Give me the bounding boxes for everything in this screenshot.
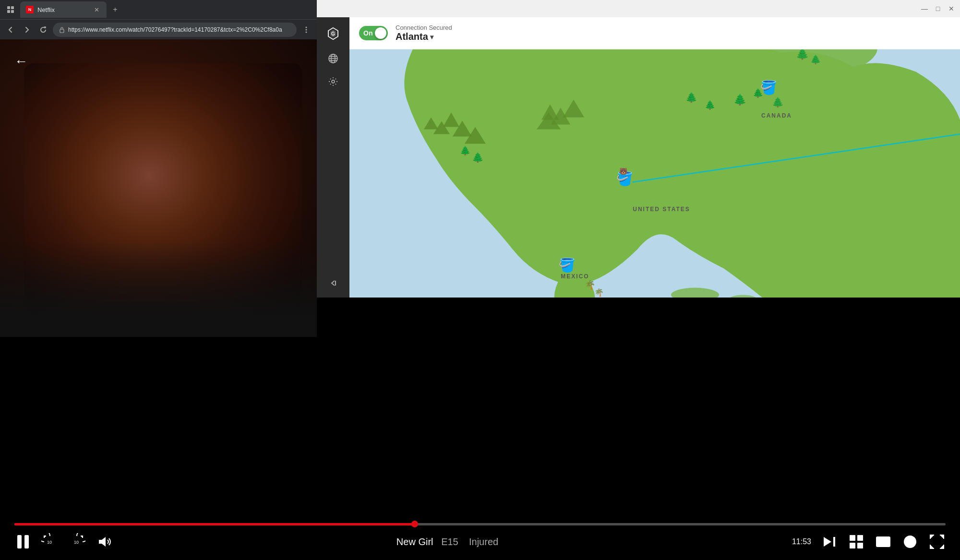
forward-button[interactable] xyxy=(20,23,34,36)
vpn-titlebar: — □ ✕ xyxy=(317,0,960,17)
subtitles-button[interactable] xyxy=(875,533,892,550)
svg-marker-30 xyxy=(537,113,561,130)
fullscreen-button[interactable] xyxy=(928,533,946,550)
svg-marker-25 xyxy=(453,121,472,137)
svg-text:🌲: 🌲 xyxy=(733,93,747,106)
svg-text:10: 10 xyxy=(74,540,79,545)
close-button[interactable]: ✕ xyxy=(947,4,956,13)
netflix-tab[interactable]: N Netflix ✕ xyxy=(20,1,107,18)
vpn-header: On Connection Secured Atlanta ▾ xyxy=(349,17,960,49)
address-bar: https://www.netflix.com/watch/70276497?t… xyxy=(0,19,317,39)
svg-rect-3 xyxy=(11,10,14,13)
back-button[interactable] xyxy=(4,23,17,36)
show-title: New Girl E15 Injured xyxy=(122,536,773,548)
volume-button[interactable] xyxy=(95,533,112,550)
svg-rect-51 xyxy=(24,535,29,548)
svg-text:🌲: 🌲 xyxy=(460,145,471,156)
vpn-toggle-track: On xyxy=(359,26,388,40)
svg-marker-28 xyxy=(551,108,570,125)
svg-point-6 xyxy=(306,29,307,30)
sidebar-settings-icon[interactable] xyxy=(324,73,342,90)
maximize-button[interactable]: □ xyxy=(933,4,943,13)
svg-rect-56 xyxy=(850,535,855,541)
svg-point-7 xyxy=(306,31,307,33)
sidebar-collapse-button[interactable] xyxy=(324,274,342,292)
svg-text:🪣: 🪣 xyxy=(559,257,576,273)
svg-text:🌲: 🌲 xyxy=(810,54,821,65)
us-atlanta-server: 🪣 🐻 xyxy=(616,167,633,187)
back-arrow-button[interactable]: ← xyxy=(14,54,28,69)
address-input[interactable]: https://www.netflix.com/watch/70276497?t… xyxy=(53,23,297,37)
skip-forward-button[interactable]: 10 xyxy=(68,533,85,550)
svg-text:UNITED STATES: UNITED STATES xyxy=(633,206,690,213)
netflix-favicon: N xyxy=(26,6,34,13)
vpn-chevron-icon: ▾ xyxy=(430,33,433,41)
browser-menu-button[interactable] xyxy=(300,23,313,36)
progress-bar[interactable] xyxy=(14,523,946,525)
vpn-location-selector[interactable]: Atlanta ▾ xyxy=(396,31,452,42)
svg-text:🌲: 🌲 xyxy=(753,88,764,98)
svg-point-20 xyxy=(729,295,757,298)
vpn-toggle-container: On xyxy=(359,26,388,40)
vpn-toggle[interactable]: On xyxy=(359,26,388,40)
svg-rect-55 xyxy=(833,537,835,547)
svg-marker-24 xyxy=(443,113,459,127)
pause-button[interactable] xyxy=(14,533,32,550)
netflix-video-area: ← xyxy=(0,39,317,560)
vpn-on-label: On xyxy=(363,29,372,37)
canada-server: 🪣 xyxy=(760,80,777,95)
svg-point-5 xyxy=(306,26,307,28)
svg-rect-1 xyxy=(11,6,14,9)
svg-text:🌲: 🌲 xyxy=(796,49,809,60)
vpn-body: G xyxy=(317,17,960,298)
right-controls: 11:53 xyxy=(792,533,946,550)
tab-list-button[interactable] xyxy=(4,3,17,16)
vpn-connection-info: Connection Secured Atlanta ▾ xyxy=(396,24,452,42)
svg-text:G: G xyxy=(331,31,335,36)
episode-label: E15 xyxy=(441,536,458,547)
tab-bar: N Netflix ✕ + xyxy=(0,0,317,19)
svg-text:🌲: 🌲 xyxy=(472,152,484,163)
svg-point-65 xyxy=(909,541,911,543)
map-background: 🌲 🌲 🌲 🌲 🌲 🌲 🌲 🌲 🌲 🌴 🌴 xyxy=(349,49,960,298)
svg-marker-22 xyxy=(424,118,438,130)
mexico-server: 🪣 xyxy=(559,257,576,273)
reload-button[interactable] xyxy=(36,23,50,36)
svg-point-15 xyxy=(332,80,335,83)
svg-text:🌲: 🌲 xyxy=(685,92,697,103)
vpn-secured-text: Connection Secured xyxy=(396,24,452,31)
tab-close-button[interactable]: ✕ xyxy=(92,5,101,14)
vpn-logo: G xyxy=(323,23,344,44)
svg-rect-0 xyxy=(7,6,10,9)
svg-rect-2 xyxy=(7,10,10,13)
speed-button[interactable] xyxy=(901,533,919,550)
svg-text:CANADA: CANADA xyxy=(761,112,792,119)
new-tab-button[interactable]: + xyxy=(108,3,122,16)
svg-text:🌲: 🌲 xyxy=(772,96,784,108)
next-episode-button[interactable] xyxy=(821,533,838,550)
svg-text:🪣: 🪣 xyxy=(760,80,777,95)
skip-back-button[interactable]: 10 xyxy=(41,533,59,550)
minimize-button[interactable]: — xyxy=(920,4,929,13)
episodes-button[interactable] xyxy=(848,533,865,550)
vpn-content: On Connection Secured Atlanta ▾ xyxy=(349,17,960,298)
svg-text:🌴: 🌴 xyxy=(594,288,604,297)
svg-rect-17 xyxy=(349,49,960,298)
svg-point-18 xyxy=(762,49,877,74)
svg-marker-29 xyxy=(563,100,584,118)
sidebar-globe-icon[interactable] xyxy=(324,50,342,67)
svg-rect-50 xyxy=(17,535,22,548)
svg-rect-58 xyxy=(850,543,855,548)
svg-marker-27 xyxy=(541,105,559,120)
controls-row: 10 10 New Girl E15 Injured xyxy=(14,533,946,550)
browser-chrome: N Netflix ✕ + https://www.netflix.com/wa… xyxy=(0,0,317,39)
svg-text:🌲: 🌲 xyxy=(705,100,716,110)
vpn-toggle-thumb xyxy=(375,27,386,39)
svg-rect-57 xyxy=(857,535,863,541)
show-name: New Girl xyxy=(396,536,433,547)
svg-point-19 xyxy=(671,288,719,298)
vpn-sidebar: G xyxy=(317,17,349,298)
svg-text:MEXICO: MEXICO xyxy=(561,273,589,280)
svg-text:🐻: 🐻 xyxy=(619,167,628,176)
svg-text:10: 10 xyxy=(47,540,52,545)
